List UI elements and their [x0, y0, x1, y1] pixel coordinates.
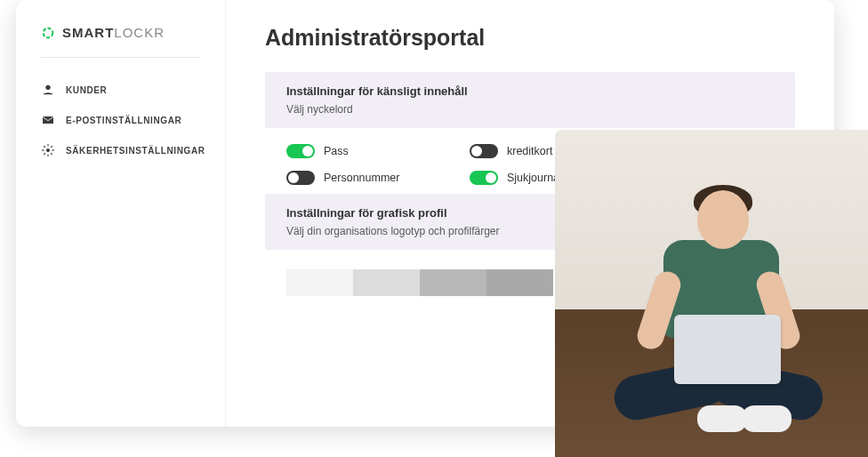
- sidebar-nav: KUNDER E-POSTINSTÄLLNINGAR SÄKERHETSINST…: [41, 83, 200, 157]
- brand-logo: SMARTLOCKR: [41, 25, 200, 58]
- toggle-label: Pass: [324, 145, 349, 157]
- svg-point-0: [44, 28, 53, 38]
- svg-rect-2: [43, 116, 53, 124]
- toggle-label: Personnummer: [324, 172, 399, 184]
- mail-icon: [41, 113, 55, 127]
- sidebar-item-sakerhet[interactable]: SÄKERHETSINSTÄLLNINGAR: [41, 143, 200, 157]
- sidebar-item-label: SÄKERHETSINSTÄLLNINGAR: [66, 146, 205, 156]
- sidebar-item-label: KUNDER: [66, 85, 107, 95]
- panel-sensitive-content: Inställningar för känsligt innehåll Välj…: [265, 72, 795, 128]
- gear-icon: [41, 143, 55, 157]
- sidebar-item-kunder[interactable]: KUNDER: [41, 83, 200, 97]
- toggle-label: Sjukjournal: [507, 172, 562, 184]
- toggle-switch[interactable]: [286, 171, 315, 185]
- hero-photo: [555, 130, 868, 457]
- color-swatch[interactable]: [353, 269, 420, 296]
- toggle-label: kreditkort: [507, 145, 552, 157]
- color-swatch[interactable]: [486, 269, 553, 296]
- svg-point-1: [45, 85, 50, 90]
- sidebar-item-label: E-POSTINSTÄLLNINGAR: [66, 116, 181, 125]
- brand-name-light: LOCKR: [114, 25, 165, 40]
- color-swatch[interactable]: [286, 269, 353, 296]
- page-title: Administratörsportal: [265, 25, 795, 51]
- color-swatch[interactable]: [420, 269, 486, 296]
- brand-icon: [41, 26, 55, 40]
- toggle-personnummer: Personnummer: [286, 171, 434, 185]
- toggle-switch[interactable]: [470, 144, 498, 158]
- sidebar-item-epost[interactable]: E-POSTINSTÄLLNINGAR: [41, 113, 200, 127]
- toggle-switch[interactable]: [286, 144, 315, 158]
- color-swatches: [286, 269, 553, 296]
- panel-title: Inställningar för känsligt innehåll: [286, 84, 774, 98]
- toggle-switch[interactable]: [470, 171, 498, 185]
- svg-point-3: [46, 148, 50, 152]
- toggle-pass: Pass: [286, 144, 434, 158]
- person-illustration: [591, 181, 831, 457]
- user-icon: [41, 83, 55, 97]
- sidebar: SMARTLOCKR KUNDER E-POSTINSTÄLLNINGAR SÄ…: [16, 0, 226, 427]
- brand-name-strong: SMART: [62, 25, 114, 40]
- panel-subtitle: Välj nyckelord: [286, 103, 774, 116]
